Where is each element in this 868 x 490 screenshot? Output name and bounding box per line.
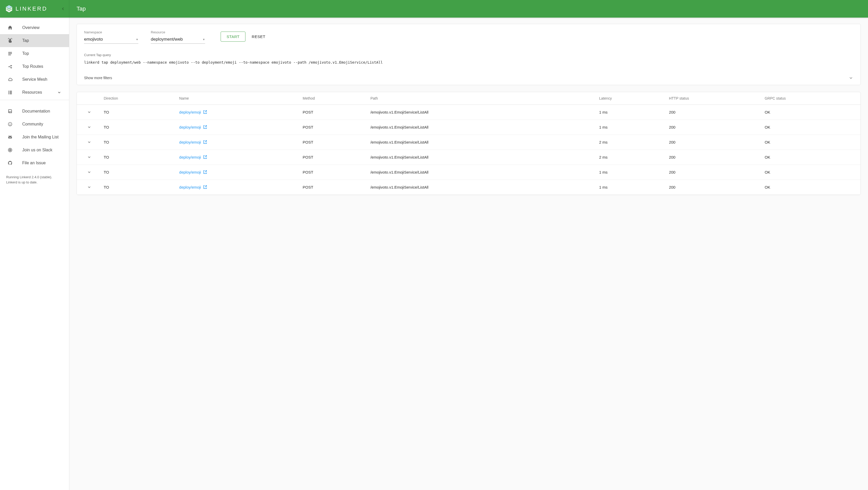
table-row: TOdeploy/emojiPOST/emojivoto.v1.EmojiSer… [77,120,861,134]
list-icon [7,90,13,95]
col-grpc-status[interactable]: GRPC status [761,92,861,105]
cell-latency: 1 ms [595,120,665,134]
namespace-select[interactable]: Namespace emojivoto ▼ [84,30,138,44]
resource-link-text: deploy/emoji [179,125,201,129]
cell-path: /emojivoto.v1.EmojiService/ListAll [367,104,595,120]
sidebar-item-label: Overview [22,25,39,30]
sidebar-item-tap[interactable]: Tap [0,34,69,47]
resource-link-text: deploy/emoji [179,140,201,144]
table-row: TOdeploy/emojiPOST/emojivoto.v1.EmojiSer… [77,180,861,194]
external-link-icon [203,140,207,144]
expand-row-button[interactable] [77,180,100,194]
resource-link[interactable]: deploy/emoji [179,140,207,144]
version-line: Running Linkerd 2.4.0 (stable). [6,175,63,180]
expand-row-button[interactable] [77,150,100,164]
resource-select[interactable]: Resource deployment/web ▼ [151,30,205,44]
cell-latency: 1 ms [595,104,665,120]
cell-path: /emojivoto.v1.EmojiService/ListAll [367,120,595,134]
tap-results-table: Direction Name Method Path Latency HTTP … [77,92,861,195]
sidebar-item-documentation[interactable]: Documentation [0,105,69,118]
cell-http-status: 200 [665,120,761,134]
resource-link-text: deploy/emoji [179,185,201,189]
col-method[interactable]: Method [299,92,367,105]
reset-button[interactable]: RESET [252,34,266,39]
cell-path: /emojivoto.v1.EmojiService/ListAll [367,134,595,150]
sidebar-item-join-the-mailing-list[interactable]: Join the Mailing List [0,131,69,144]
sidebar-item-file-an-issue[interactable]: File an Issue [0,156,69,170]
sidebar-item-overview[interactable]: Overview [0,21,69,34]
top-bar: LINKERD Tap [0,0,868,18]
cell-method: POST [299,150,367,164]
resource-value: deployment/web [151,37,183,42]
col-path[interactable]: Path [367,92,595,105]
main-content: Namespace emojivoto ▼ Resource deploymen… [69,0,868,490]
table-row: TOdeploy/emojiPOST/emojivoto.v1.EmojiSer… [77,150,861,164]
resource-link-text: deploy/emoji [179,170,201,174]
current-tap-query-label: Current Tap query [84,53,853,57]
linkerd-logo-icon [5,4,13,13]
sidebar-item-community[interactable]: Community [0,118,69,131]
cell-path: /emojivoto.v1.EmojiService/ListAll [367,164,595,180]
cell-grpc-status: OK [761,150,861,164]
resource-link[interactable]: deploy/emoji [179,155,207,159]
resource-link[interactable]: deploy/emoji [179,185,207,189]
brand-logo[interactable]: LINKERD [5,4,47,13]
col-http-status[interactable]: HTTP status [665,92,761,105]
cell-method: POST [299,104,367,120]
sidebar-item-label: Documentation [22,109,50,114]
namespace-value: emojivoto [84,37,103,42]
chevron-down-icon [848,75,853,80]
cell-method: POST [299,164,367,180]
cell-direction: TO [100,120,176,134]
sidebar-item-top[interactable]: Top [0,47,69,60]
slack-icon [7,148,13,153]
sidebar-item-join-us-on-slack[interactable]: Join us on Slack [0,144,69,156]
show-more-filters-label: Show more filters [84,76,112,80]
cell-path: /emojivoto.v1.EmojiService/ListAll [367,180,595,194]
show-more-filters-toggle[interactable]: Show more filters [77,71,861,85]
sidebar-item-label: Community [22,122,43,126]
resource-link[interactable]: deploy/emoji [179,110,207,114]
cell-http-status: 200 [665,180,761,194]
resource-link[interactable]: deploy/emoji [179,170,207,174]
resource-label: Resource [151,30,205,34]
cell-method: POST [299,120,367,134]
cell-method: POST [299,134,367,150]
home-icon [7,25,13,30]
sidebar-item-label: Resources [22,90,42,95]
cell-grpc-status: OK [761,164,861,180]
col-latency[interactable]: Latency [595,92,665,105]
sidebar-item-resources[interactable]: Resources [0,86,69,99]
table-row: TOdeploy/emojiPOST/emojivoto.v1.EmojiSer… [77,104,861,120]
brand-text: LINKERD [16,5,47,12]
cell-path: /emojivoto.v1.EmojiService/ListAll [367,150,595,164]
col-direction[interactable]: Direction [100,92,176,105]
cell-grpc-status: OK [761,180,861,194]
page-title: Tap [69,5,86,12]
smile-icon [7,122,13,127]
resource-link[interactable]: deploy/emoji [179,125,207,129]
update-status-line: Linkerd is up to date. [6,180,63,185]
cell-method: POST [299,180,367,194]
sidebar-item-label: Service Mesh [22,77,47,82]
sidebar-item-label: Top Routes [22,64,43,69]
cell-name: deploy/emoji [176,180,299,194]
expand-row-button[interactable] [77,120,100,134]
expand-row-button[interactable] [77,104,100,120]
tap-results-table-card: Direction Name Method Path Latency HTTP … [76,92,861,195]
sidebar-item-top-routes[interactable]: Top Routes [0,60,69,73]
namespace-label: Namespace [84,30,138,34]
sidebar-item-service-mesh[interactable]: Service Mesh [0,73,69,86]
tap-icon [7,38,13,43]
col-name[interactable]: Name [176,92,299,105]
cell-http-status: 200 [665,150,761,164]
expand-row-button[interactable] [77,134,100,150]
external-link-icon [203,185,207,189]
start-button[interactable]: START [221,32,245,42]
tap-query-card: Namespace emojivoto ▼ Resource deploymen… [76,24,861,85]
cell-direction: TO [100,164,176,180]
collapse-sidebar-button[interactable] [61,6,65,11]
book-icon [7,109,13,114]
expand-row-button[interactable] [77,164,100,180]
cell-name: deploy/emoji [176,104,299,120]
